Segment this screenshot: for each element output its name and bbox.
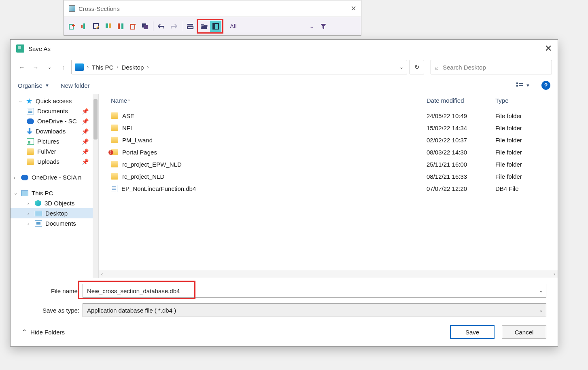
saveastype-label: Save as type: — [22, 307, 83, 314]
chevron-down-icon[interactable]: ⌄ — [399, 64, 403, 70]
toolbar-open-db-icon[interactable] — [199, 21, 210, 32]
pin-icon: 📌 — [82, 159, 89, 165]
file-row[interactable]: ASE24/05/22 10:49File folder — [99, 110, 558, 122]
refresh-button[interactable]: ↻ — [410, 60, 424, 74]
back-button[interactable]: ← — [16, 61, 28, 73]
toolbar-save-db-icon[interactable] — [210, 21, 221, 32]
toolbar-copy-icon[interactable] — [103, 21, 114, 32]
sidebar-item-desktop[interactable]: ›Desktop — [11, 208, 98, 218]
sidebar-item-onedrive[interactable]: OneDrive - SC📌 — [11, 116, 98, 126]
toolbar-filter-label[interactable]: All — [230, 23, 237, 30]
sidebar-item-label: Documents — [37, 108, 68, 114]
sidebar-item-label: Documents — [45, 220, 76, 227]
file-row[interactable]: rc_project_EPW_NLD25/11/21 16:00File fol… — [99, 158, 558, 170]
sidebar-item-pictures[interactable]: Pictures📌 — [11, 136, 98, 146]
sidebar-item-label: Pictures — [37, 138, 59, 145]
recent-locations-dropdown[interactable]: ⌄ — [44, 61, 55, 73]
help-button[interactable]: ? — [541, 81, 550, 90]
sidebar-item-3d-objects[interactable]: ›3D Objects — [11, 198, 98, 208]
document-icon — [35, 220, 42, 227]
chevron-down-icon[interactable]: ⌄ — [14, 190, 18, 196]
folder-icon — [111, 137, 118, 143]
sidebar-item-documents-pc[interactable]: ›Documents — [11, 218, 98, 228]
saveastype-select[interactable]: Application database file ( *.db4 ) — [83, 303, 546, 317]
file-name-text: rc_project_NLD — [122, 173, 164, 180]
chevron-down-icon[interactable]: ⌄ — [539, 288, 543, 294]
svg-rect-15 — [187, 26, 193, 29]
toolbar-duplicate-icon[interactable] — [139, 21, 151, 32]
toolbar-undo-icon[interactable] — [156, 21, 167, 32]
chevron-right-icon[interactable]: › — [146, 64, 149, 70]
view-options-button[interactable]: ▼ — [516, 82, 530, 89]
chevron-down-icon[interactable]: ⌄ — [539, 307, 543, 313]
sidebar-this-pc[interactable]: ⌄ This PC — [11, 188, 98, 198]
toolbar-split-icon[interactable] — [115, 21, 126, 32]
folder-icon — [111, 125, 118, 131]
chevron-right-icon[interactable]: › — [28, 201, 32, 206]
sidebar-onedrive-root[interactable]: › OneDrive - SCIA n — [11, 172, 98, 182]
sidebar-item-uploads[interactable]: Uploads📌 — [11, 156, 98, 167]
chevron-right-icon[interactable]: › — [86, 64, 89, 70]
toolbar-delete-icon[interactable] — [127, 21, 138, 32]
toolbar-edit-icon[interactable] — [91, 21, 102, 32]
close-icon[interactable]: ✕ — [545, 43, 552, 54]
sidebar-item-fullver[interactable]: FullVer📌 — [11, 146, 98, 156]
breadcrumb-root[interactable]: This PC — [92, 64, 113, 71]
cloud-icon — [27, 118, 34, 124]
file-date: 24/05/22 10:49 — [427, 112, 495, 119]
svg-rect-17 — [213, 23, 215, 29]
sidebar-quick-access[interactable]: ⌄ ★ Quick access — [11, 96, 98, 106]
chevron-right-icon[interactable]: › — [28, 221, 32, 226]
sidebar-item-label: This PC — [32, 190, 53, 197]
cancel-button[interactable]: Cancel — [502, 325, 546, 339]
file-row[interactable]: NFI15/02/22 14:34File folder — [99, 122, 558, 134]
toolbar-section-view-icon[interactable] — [185, 21, 196, 32]
column-name[interactable]: Name⌃ — [99, 97, 427, 104]
breadcrumb[interactable]: › This PC › Desktop › ⌄ — [71, 60, 407, 74]
column-date[interactable]: Date modified — [427, 97, 495, 104]
sidebar-item-documents[interactable]: Documents📌 — [11, 106, 98, 116]
organise-button[interactable]: Organise▼ — [18, 82, 49, 89]
column-type[interactable]: Type — [495, 97, 552, 104]
filename-input[interactable]: New_cross_section_database.db4 — [83, 284, 546, 298]
pin-icon: 📌 — [82, 128, 89, 135]
this-pc-icon — [75, 63, 84, 71]
chevron-down-icon[interactable]: ⌄ — [238, 23, 314, 30]
chevron-down-icon[interactable]: ⌄ — [19, 98, 23, 104]
file-type: File folder — [495, 173, 552, 180]
toolbar-new-icon[interactable] — [66, 21, 78, 32]
toolbar-separator — [153, 21, 153, 31]
breadcrumb-folder[interactable]: Desktop — [121, 64, 144, 71]
file-row[interactable]: PM_Lwand02/02/22 10:37File folder — [99, 134, 558, 146]
file-row[interactable]: EP_NonLinearFunction.db407/07/22 12:20DB… — [99, 182, 558, 195]
new-folder-button[interactable]: New folder — [61, 82, 90, 89]
toolbar-insert-icon[interactable] — [79, 21, 90, 32]
sidebar-item-label: FullVer — [37, 148, 56, 155]
save-button[interactable]: Save — [450, 325, 495, 339]
toolbar-redo-icon[interactable] — [168, 21, 179, 32]
forward-button[interactable]: → — [30, 61, 41, 73]
up-button[interactable]: ↑ — [57, 61, 69, 73]
db4-file-icon — [111, 185, 117, 192]
folder-icon — [111, 161, 118, 167]
hide-folders-button[interactable]: ⌃ Hide Folders — [22, 328, 65, 336]
toolbar-filter-icon[interactable] — [318, 21, 329, 32]
search-input[interactable]: ⌕ Search Desktop — [431, 60, 552, 74]
close-icon[interactable]: × — [351, 3, 356, 14]
chevron-right-icon[interactable]: › — [14, 175, 18, 180]
svg-rect-4 — [81, 25, 83, 28]
svg-rect-6 — [106, 23, 108, 28]
horizontal-scrollbar[interactable]: ‹› — [99, 270, 558, 278]
sidebar-scrollbar[interactable] — [93, 94, 98, 278]
sidebar-item-downloads[interactable]: Downloads📌 — [11, 126, 98, 136]
file-row[interactable]: Portal Pages08/03/22 14:30File folder — [99, 146, 558, 158]
svg-rect-13 — [144, 25, 148, 29]
chevron-right-icon[interactable]: › — [116, 64, 119, 70]
filename-label: File name: — [22, 288, 83, 294]
column-headers: Name⌃ Date modified Type — [99, 94, 558, 107]
dialog-title: Save As — [28, 45, 51, 52]
file-row[interactable]: rc_project_NLD08/12/21 16:33File folder — [99, 170, 558, 182]
chevron-right-icon[interactable]: › — [28, 211, 32, 216]
sidebar-item-label: Uploads — [37, 158, 59, 165]
cross-sections-title: Cross-Sections — [79, 5, 120, 12]
